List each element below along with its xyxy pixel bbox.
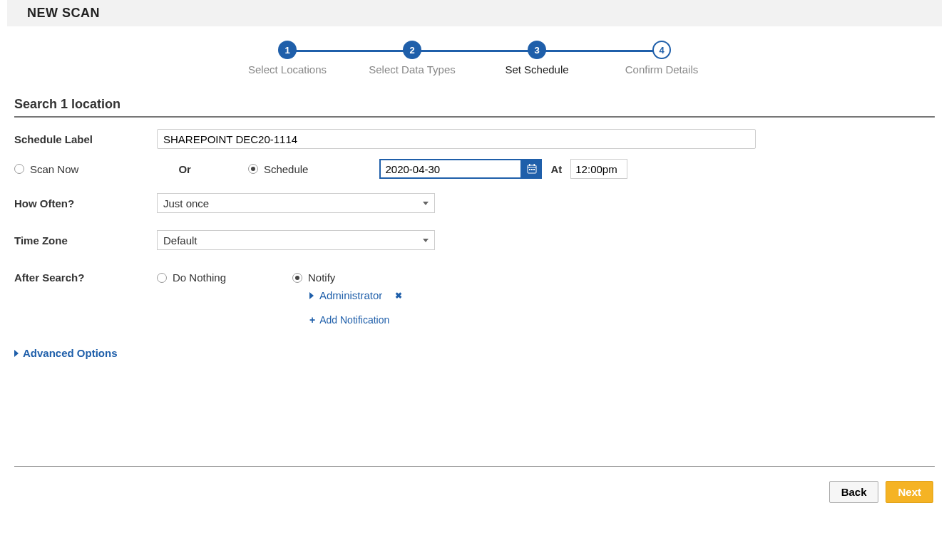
remove-notify-button[interactable]: ✖ [395,291,402,301]
or-label: Or [178,163,191,175]
back-button[interactable]: Back [829,481,879,503]
wizard-step-3-label: Set Schedule [505,63,568,76]
wizard-step-2-label: Select Data Types [369,63,455,76]
time-zone-select[interactable]: Default [157,230,435,250]
schedule-label-label: Schedule Label [14,133,157,145]
page-title: NEW SCAN [27,6,100,20]
wizard-footer: Back Next [7,481,942,517]
caret-right-icon [14,350,19,357]
add-notification-button[interactable]: + Add Notification [309,314,402,326]
do-nothing-label: Do Nothing [173,271,226,284]
schedule-radio-label: Schedule [264,163,309,175]
svg-rect-5 [531,169,533,170]
schedule-label-input[interactable] [157,129,756,149]
wizard-step-2[interactable]: 2 Select Data Types [350,41,475,76]
svg-rect-6 [533,169,535,170]
add-notification-label: Add Notification [319,314,389,326]
svg-rect-3 [534,164,535,166]
how-often-label: How Often? [14,197,157,209]
scan-now-radio[interactable] [14,164,24,174]
wizard-step-4[interactable]: 4 Confirm Details [600,41,724,76]
notify-label: Notify [308,271,335,284]
wizard-steps: 1 Select Locations 2 Select Data Types 3… [225,41,724,76]
wizard-step-1-label: Select Locations [248,63,327,76]
wizard-step-4-label: Confirm Details [625,63,699,76]
do-nothing-radio[interactable] [157,273,167,283]
notify-recipient-name: Administrator [319,289,382,301]
calendar-icon [527,164,537,174]
notify-radio[interactable] [292,273,302,283]
plus-icon: + [309,314,315,326]
schedule-radio[interactable] [248,164,258,174]
at-label: At [550,163,562,175]
time-zone-label: Time Zone [14,234,157,247]
how-often-value: Just once [163,197,209,209]
advanced-options-toggle[interactable]: Advanced Options [14,347,942,359]
notify-recipient[interactable]: Administrator ✖ [309,289,402,301]
caret-right-icon [309,292,314,299]
wizard-step-3[interactable]: 3 Set Schedule [475,41,600,76]
svg-rect-2 [529,164,530,166]
wizard-step-1[interactable]: 1 Select Locations [225,41,350,76]
after-search-label: After Search? [14,271,157,284]
how-often-select[interactable]: Just once [157,193,435,213]
chevron-down-icon [423,202,429,205]
wizard-step-2-number: 2 [403,41,421,59]
wizard-step-3-number: 3 [528,41,546,59]
chevron-down-icon [423,239,429,242]
time-zone-value: Default [163,234,198,247]
wizard-step-4-number: 4 [652,41,671,59]
page-header: NEW SCAN [7,0,942,26]
section-title: Search 1 location [7,97,942,116]
next-button[interactable]: Next [886,481,933,503]
advanced-options-label: Advanced Options [23,347,118,359]
svg-rect-4 [529,169,530,170]
schedule-date-input[interactable] [379,159,522,179]
wizard-step-1-number: 1 [278,41,297,59]
calendar-button[interactable] [522,159,542,179]
scan-now-label: Scan Now [30,163,78,175]
schedule-time-input[interactable] [570,159,627,179]
